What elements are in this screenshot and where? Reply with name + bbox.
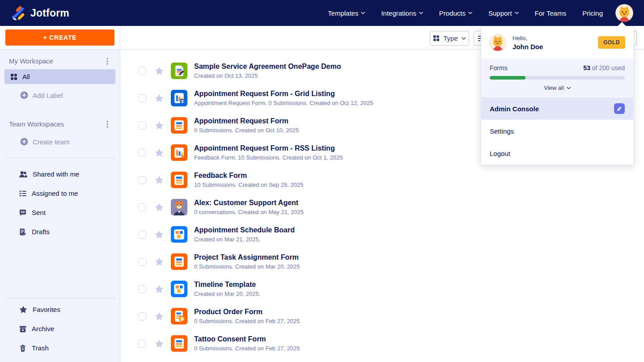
form-type-icon-agreement	[171, 63, 187, 79]
view-all-button[interactable]: View all	[490, 84, 625, 94]
chevron-down-icon	[361, 12, 365, 14]
chevron-down-icon	[468, 12, 472, 14]
form-title[interactable]: Appointment Request Form - Grid Listing	[194, 90, 373, 98]
star-icon	[19, 306, 27, 313]
row-checkbox[interactable]	[138, 94, 146, 102]
archive-box-icon	[19, 325, 26, 333]
jotform-logo-icon	[11, 5, 26, 21]
row-checkbox[interactable]	[138, 203, 146, 211]
checklist-icon	[19, 190, 26, 197]
form-type-icon-form	[171, 117, 187, 134]
form-title[interactable]: Sample Service Agreement OnePage Demo	[194, 63, 341, 71]
plan-badge[interactable]: GOLD	[598, 36, 625, 49]
add-label-button[interactable]: Add Label	[20, 91, 120, 99]
chevron-down-icon	[515, 12, 519, 14]
nav-support[interactable]: Support	[488, 9, 519, 17]
form-row: Tattoo Consent Form 0 Submissions. Creat…	[120, 330, 644, 357]
form-title[interactable]: Product Order Form	[194, 308, 300, 316]
sidebar-item-sent[interactable]: Sent	[19, 203, 120, 222]
dropdown-user-section: Hello, John Doe GOLD	[481, 26, 633, 59]
kebab-menu-icon[interactable]	[104, 121, 111, 128]
create-team-button[interactable]: Create team	[20, 138, 120, 146]
form-subtitle: 10 Submissions. Created on Sep 25, 2025	[194, 181, 303, 188]
favorite-star-icon[interactable]	[155, 67, 164, 75]
type-filter-button[interactable]: Type	[430, 31, 469, 46]
grid-icon	[10, 73, 17, 80]
form-title[interactable]: Tattoo Consent Form	[194, 335, 300, 343]
form-row: Timeline Template Created on Mar 20, 202…	[120, 275, 644, 303]
usage-progress-fill	[490, 76, 525, 80]
form-title[interactable]: Appointment Request Form	[194, 117, 299, 125]
sidebar-item-shared-with-me[interactable]: Shared with me	[19, 164, 120, 184]
form-type-icon-grid-listing	[171, 90, 187, 106]
nav-integrations[interactable]: Integrations	[381, 9, 423, 17]
row-checkbox[interactable]	[138, 312, 146, 320]
sidebar-item-drafts[interactable]: Drafts	[19, 222, 120, 241]
menu-item-settings[interactable]: Settings	[481, 120, 633, 142]
form-title[interactable]: Timeline Template	[194, 281, 260, 289]
sidebar-item-trash[interactable]: Trash	[19, 338, 120, 358]
row-checkbox[interactable]	[138, 176, 146, 184]
form-type-icon-rss-listing	[171, 144, 187, 161]
form-subtitle: Created on Mar 21, 2025.	[194, 236, 295, 243]
favorite-star-icon[interactable]	[155, 148, 164, 157]
sidebar-item-favorites[interactable]: Favorites	[19, 300, 120, 319]
team-workspaces-title: Team Workspaces	[9, 120, 64, 128]
plus-circle-icon	[20, 138, 28, 146]
form-title[interactable]: Appointment Request Form - RSS Listing	[194, 144, 343, 152]
sidebar-item-assigned-to-me[interactable]: Assigned to me	[19, 184, 120, 203]
form-subtitle: 0 Submissions. Created on Oct 10, 2025	[194, 127, 299, 134]
favorite-star-icon[interactable]	[155, 176, 164, 184]
favorite-star-icon[interactable]	[155, 94, 164, 102]
form-type-icon-form	[171, 253, 187, 270]
form-title[interactable]: Feedback Form	[194, 172, 303, 180]
menu-item-admin-console[interactable]: Admin Console	[481, 97, 633, 120]
form-row: Alex: Customer Support Agent 0 conversat…	[120, 194, 644, 221]
nav-for-teams[interactable]: For Teams	[535, 9, 567, 17]
form-type-icon-form	[171, 335, 187, 352]
nav-products[interactable]: Products	[439, 9, 472, 17]
favorite-star-icon[interactable]	[155, 312, 164, 320]
row-checkbox[interactable]	[138, 67, 146, 75]
chat-bubble-icon	[19, 209, 26, 216]
kebab-menu-icon[interactable]	[104, 58, 111, 65]
nav-templates[interactable]: Templates	[328, 9, 365, 17]
people-icon	[19, 171, 27, 178]
favorite-star-icon[interactable]	[155, 121, 164, 130]
form-title[interactable]: Project Task Assignment Form	[194, 253, 300, 261]
usage-progress-track	[490, 76, 625, 80]
form-title[interactable]: Alex: Customer Support Agent	[194, 199, 304, 207]
favorite-star-icon[interactable]	[155, 339, 164, 348]
create-button[interactable]: + CREATE	[5, 29, 114, 46]
agent-avatar	[171, 199, 187, 215]
form-title[interactable]: Appointment Schedule Board	[194, 226, 295, 234]
top-nav: Templates Integrations Products Support …	[328, 9, 603, 17]
row-checkbox[interactable]	[138, 231, 146, 239]
user-avatar[interactable]	[615, 4, 633, 22]
sidebar-item-archive[interactable]: Archive	[19, 319, 120, 338]
favorite-star-icon[interactable]	[155, 285, 164, 293]
chevron-down-icon	[419, 12, 423, 14]
row-checkbox[interactable]	[138, 340, 146, 348]
sidebar-item-all[interactable]: All	[4, 69, 115, 84]
jotform-logo[interactable]: Jotform	[11, 5, 69, 21]
usage-count: 53 of 200 used	[583, 64, 625, 72]
row-checkbox[interactable]	[138, 122, 146, 130]
form-type-icon-board	[171, 226, 187, 243]
user-avatar	[489, 34, 506, 51]
form-subtitle: 0 Submissions. Created on Feb 27, 2025	[194, 318, 300, 324]
form-subtitle: Created on Mar 20, 2025.	[194, 290, 260, 297]
account-dropdown: Hello, John Doe GOLD Forms 53 of 200 use…	[481, 26, 634, 165]
row-checkbox[interactable]	[138, 285, 146, 293]
favorite-star-icon[interactable]	[155, 257, 164, 266]
favorite-star-icon[interactable]	[155, 203, 164, 211]
row-checkbox[interactable]	[138, 149, 146, 157]
favorite-star-icon[interactable]	[155, 230, 164, 239]
form-row: Project Task Assignment Form 0 Submissio…	[120, 248, 644, 275]
sidebar-top: + CREATE	[0, 26, 120, 50]
form-row: Product Order Form 0 Submissions. Create…	[120, 303, 644, 330]
draft-document-icon	[19, 228, 26, 236]
menu-item-logout[interactable]: Logout	[481, 142, 633, 164]
row-checkbox[interactable]	[138, 258, 146, 266]
nav-pricing[interactable]: Pricing	[582, 9, 603, 17]
